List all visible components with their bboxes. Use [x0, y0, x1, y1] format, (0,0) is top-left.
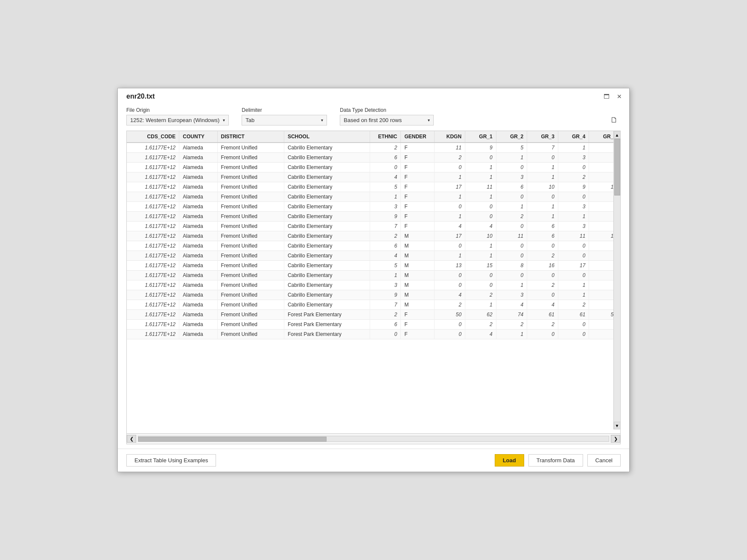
- data-type-label: Data Type Detection: [340, 107, 434, 113]
- header-row: CDS_CODE COUNTY DISTRICT SCHOOL ETHNIC G…: [127, 131, 620, 143]
- table-row: 1.61177E+12AlamedaFremont UnifiedCabrill…: [127, 231, 620, 241]
- file-origin-dropdown-icon: ▾: [223, 118, 225, 122]
- refresh-icon[interactable]: 🗋: [608, 115, 621, 125]
- table-cell: 17: [558, 261, 589, 271]
- table-cell: 3: [496, 290, 527, 300]
- table-cell: 1: [527, 212, 558, 222]
- table-row: 1.61177E+12AlamedaFremont UnifiedCabrill…: [127, 251, 620, 261]
- table-cell: Alameda: [179, 300, 217, 310]
- table-cell: Alameda: [179, 222, 217, 231]
- settings-right: 🗋: [608, 115, 621, 125]
- delimiter-dropdown-icon: ▾: [321, 118, 323, 122]
- table-row: 1.61177E+12AlamedaFremont UnifiedCabrill…: [127, 212, 620, 222]
- table-cell: Alameda: [179, 271, 217, 280]
- extract-table-button[interactable]: Extract Table Using Examples: [126, 454, 216, 467]
- table-cell: 0: [465, 280, 496, 290]
- table-cell: 15: [465, 261, 496, 271]
- table-cell: 1.61177E+12: [127, 310, 179, 320]
- table-cell: Cabrillo Elementary: [284, 212, 370, 222]
- table-cell: 6: [527, 231, 558, 241]
- file-origin-value: 1252: Western European (Windows): [130, 117, 219, 123]
- table-cell: 0: [558, 163, 589, 172]
- window-title: enr20.txt: [126, 93, 155, 100]
- delimiter-select[interactable]: Tab ▾: [242, 115, 327, 125]
- data-type-select[interactable]: Based on first 200 rows ▾: [340, 115, 434, 125]
- table-cell: Fremont Unified: [217, 202, 284, 212]
- file-origin-select[interactable]: 1252: Western European (Windows) ▾: [126, 115, 229, 125]
- table-cell: 1: [465, 251, 496, 261]
- table-cell: 1.61177E+12: [127, 290, 179, 300]
- cancel-button[interactable]: Cancel: [587, 454, 621, 467]
- table-cell: Fremont Unified: [217, 320, 284, 330]
- table-row: 1.61177E+12AlamedaFremont UnifiedCabrill…: [127, 192, 620, 202]
- table-cell: 1: [370, 192, 401, 202]
- table-cell: 13: [434, 261, 465, 271]
- table-cell: 1.61177E+12: [127, 330, 179, 339]
- scroll-up-button[interactable]: ▲: [614, 131, 621, 139]
- table-cell: Fremont Unified: [217, 212, 284, 222]
- minimize-button[interactable]: 🗖: [602, 92, 611, 101]
- table-cell: 2: [558, 172, 589, 182]
- table-cell: 2: [370, 231, 401, 241]
- header-gr3: GR_3: [527, 131, 558, 143]
- table-cell: 1: [465, 163, 496, 172]
- scroll-left-button[interactable]: ❮: [127, 435, 136, 443]
- table-cell: 9: [465, 143, 496, 153]
- table-cell: 2: [434, 300, 465, 310]
- table-cell: Fremont Unified: [217, 251, 284, 261]
- table-cell: Cabrillo Elementary: [284, 222, 370, 231]
- vscroll-track[interactable]: [614, 139, 621, 422]
- table-cell: 2: [527, 251, 558, 261]
- settings-row: File Origin 1252: Western European (Wind…: [126, 107, 621, 125]
- table-cell: Cabrillo Elementary: [284, 251, 370, 261]
- table-cell: 2: [465, 320, 496, 330]
- scroll-right-button[interactable]: ❯: [611, 435, 620, 443]
- table-cell: 2: [370, 143, 401, 153]
- table-cell: 1: [496, 330, 527, 339]
- scroll-thumb[interactable]: [138, 437, 327, 442]
- close-button[interactable]: ✕: [615, 92, 624, 101]
- table-cell: 1.61177E+12: [127, 163, 179, 172]
- table-cell: 16: [527, 261, 558, 271]
- table-cell: Fremont Unified: [217, 261, 284, 271]
- table-cell: Alameda: [179, 280, 217, 290]
- table-cell: 0: [465, 212, 496, 222]
- table-cell: Alameda: [179, 310, 217, 320]
- scroll-track[interactable]: [138, 436, 609, 442]
- table-cell: Cabrillo Elementary: [284, 261, 370, 271]
- table-cell: 0: [558, 330, 589, 339]
- table-cell: F: [401, 163, 434, 172]
- load-button[interactable]: Load: [495, 454, 524, 467]
- data-table: CDS_CODE COUNTY DISTRICT SCHOOL ETHNIC G…: [127, 131, 620, 339]
- table-row: 1.61177E+12AlamedaFremont UnifiedCabrill…: [127, 271, 620, 280]
- table-cell: 1: [370, 271, 401, 280]
- table-cell: F: [401, 212, 434, 222]
- table-cell: F: [401, 153, 434, 163]
- table-cell: Cabrillo Elementary: [284, 202, 370, 212]
- transform-data-button[interactable]: Transform Data: [528, 454, 583, 467]
- table-cell: Fremont Unified: [217, 231, 284, 241]
- table-row: 1.61177E+12AlamedaFremont UnifiedForest …: [127, 310, 620, 320]
- table-cell: 1.61177E+12: [127, 143, 179, 153]
- footer-left: Extract Table Using Examples: [126, 454, 216, 467]
- table-row: 1.61177E+12AlamedaFremont UnifiedCabrill…: [127, 300, 620, 310]
- table-cell: 1: [465, 300, 496, 310]
- table-cell: 61: [527, 310, 558, 320]
- table-scroll-area[interactable]: CDS_CODE COUNTY DISTRICT SCHOOL ETHNIC G…: [127, 131, 620, 433]
- table-cell: 4: [465, 330, 496, 339]
- table-row: 1.61177E+12AlamedaFremont UnifiedCabrill…: [127, 163, 620, 172]
- table-cell: F: [401, 310, 434, 320]
- table-cell: Fremont Unified: [217, 163, 284, 172]
- table-cell: Fremont Unified: [217, 300, 284, 310]
- table-cell: Cabrillo Elementary: [284, 163, 370, 172]
- table-cell: Alameda: [179, 261, 217, 271]
- vscroll-thumb[interactable]: [614, 139, 620, 195]
- table-cell: Cabrillo Elementary: [284, 231, 370, 241]
- table-cell: Alameda: [179, 163, 217, 172]
- scroll-down-button[interactable]: ▼: [614, 422, 621, 429]
- table-cell: F: [401, 202, 434, 212]
- table-cell: 0: [434, 280, 465, 290]
- table-cell: 6: [370, 241, 401, 251]
- table-cell: Fremont Unified: [217, 280, 284, 290]
- data-type-group: Data Type Detection Based on first 200 r…: [340, 107, 434, 125]
